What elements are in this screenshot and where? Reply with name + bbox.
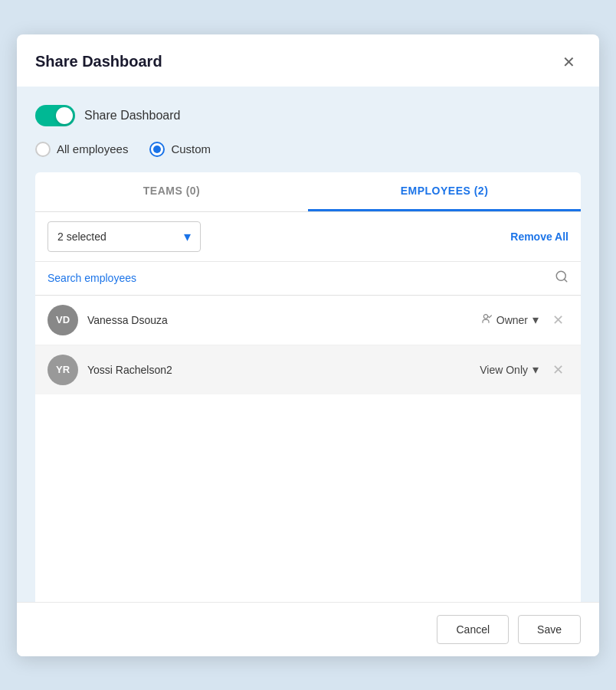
save-button[interactable]: Save [518,615,581,644]
table-row: VD Vanessa Dsouza [35,296,581,345]
role-chevron-icon: ▾ [532,362,539,377]
modal-header: Share Dashboard ✕ [17,34,599,87]
tabs-header: TEAMS (0) EMPLOYEES (2) [35,172,581,212]
toggle-row: Share Dashboard [35,105,581,126]
tab-teams[interactable]: TEAMS (0) [35,172,308,211]
empty-space [35,449,581,602]
search-icon [555,270,568,287]
cancel-button[interactable]: Cancel [437,615,509,644]
svg-line-1 [564,279,566,281]
share-dashboard-modal: Share Dashboard ✕ Share Dashboard All em… [17,34,599,656]
modal-overlay: Share Dashboard ✕ Share Dashboard All em… [0,0,616,690]
tabs-card: TEAMS (0) EMPLOYEES (2) 2 selected ▾ Rem… [35,172,581,602]
radio-row: All employees Custom [35,142,581,157]
radio-circle-custom [149,142,165,157]
modal-title: Share Dashboard [35,53,162,70]
tab-employees[interactable]: EMPLOYEES (2) [308,172,581,211]
radio-all-employees[interactable]: All employees [35,142,128,157]
search-input[interactable] [48,272,549,284]
close-button[interactable]: ✕ [556,50,581,74]
dropdown-row: 2 selected ▾ Remove All [35,212,581,262]
employee-name: Yossi Rachelson2 [87,364,470,376]
tabs-content: 2 selected ▾ Remove All [35,212,581,602]
radio-label-custom: Custom [171,142,211,155]
search-row [35,262,581,296]
radio-custom[interactable]: Custom [149,142,211,157]
modal-body: Share Dashboard All employees Custom TEA… [17,87,599,602]
selected-count-text: 2 selected [57,231,178,243]
remove-employee-button[interactable]: ✕ [548,360,568,380]
role-chevron-icon: ▾ [532,312,539,327]
role-selector[interactable]: Owner ▾ [480,312,539,328]
radio-label-all-employees: All employees [57,142,128,155]
share-dashboard-toggle[interactable] [35,105,75,126]
toggle-label: Share Dashboard [84,109,180,123]
radio-circle-all-employees [35,142,51,157]
avatar: VD [48,305,78,335]
employee-name: Vanessa Dsouza [87,314,470,326]
remove-employee-button[interactable]: ✕ [548,310,568,330]
avatar: YR [48,355,78,385]
modal-footer: Cancel Save [17,602,599,656]
chevron-down-icon: ▾ [184,228,191,245]
role-label: Owner [496,314,528,326]
owner-icon [480,312,492,328]
role-label: View Only [480,364,528,376]
svg-point-2 [483,314,487,318]
table-row: YR Yossi Rachelson2 View Only ▾ ✕ [35,345,581,394]
toggle-slider [35,105,75,126]
role-selector[interactable]: View Only ▾ [480,362,539,377]
remove-all-button[interactable]: Remove All [510,231,568,243]
employee-list: VD Vanessa Dsouza [35,296,581,449]
selected-count-dropdown[interactable]: 2 selected ▾ [48,221,201,252]
close-icon: ✕ [562,53,575,71]
